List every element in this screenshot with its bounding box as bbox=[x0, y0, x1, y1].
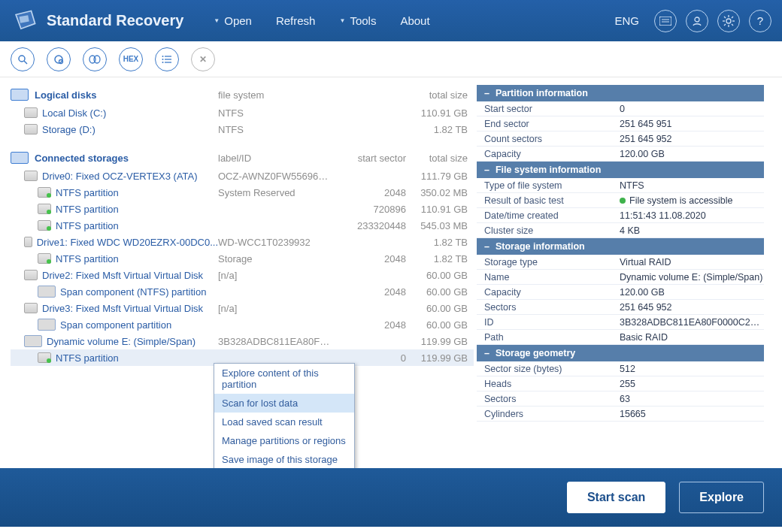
keyboard-icon[interactable] bbox=[654, 10, 677, 32]
info-key: Sectors bbox=[477, 302, 620, 313]
info-value: 512 bbox=[620, 364, 764, 374]
row-name: NTFS partition bbox=[56, 187, 119, 198]
tool-scan-icon[interactable] bbox=[47, 47, 71, 71]
info-value: Virtual RAID bbox=[620, 257, 764, 268]
part-icon bbox=[38, 204, 51, 214]
info-row: Sector size (bytes)512 bbox=[477, 361, 764, 376]
toolbar: HEX ✕ bbox=[0, 41, 782, 77]
logical-disk-row[interactable]: Local Disk (C:)NTFS110.91 GB bbox=[11, 104, 474, 121]
drive-icon bbox=[24, 270, 38, 280]
disk-fs: NTFS bbox=[218, 124, 331, 135]
info-panel: –Partition informationStart sector0End s… bbox=[474, 77, 771, 468]
col-totalsize: total size bbox=[406, 89, 474, 101]
row-name: Drive1: Fixed WDC WD20EZRX-00DC0... bbox=[37, 237, 218, 248]
tool-close-icon[interactable]: ✕ bbox=[191, 47, 215, 71]
start-scan-button[interactable]: Start scan bbox=[567, 482, 665, 513]
tool-search-icon[interactable] bbox=[11, 47, 35, 71]
user-icon[interactable] bbox=[686, 10, 708, 32]
info-row: Capacity120.00 GB bbox=[477, 285, 764, 300]
gear-icon[interactable] bbox=[717, 10, 740, 32]
partition-row[interactable]: Span component (NTFS) partition204860.00… bbox=[11, 283, 474, 300]
row-name: NTFS partition bbox=[56, 204, 119, 215]
menu-about[interactable]: About bbox=[400, 14, 429, 27]
disk-name: Storage (D:) bbox=[42, 124, 95, 135]
info-section-header[interactable]: –Storage geometry bbox=[477, 345, 764, 361]
svg-point-20 bbox=[94, 56, 100, 63]
partition-row[interactable]: Span component partition204860.00 GB bbox=[11, 316, 474, 333]
context-menu-item[interactable]: Save image of this storage bbox=[214, 450, 354, 468]
info-key: Cylinders bbox=[477, 409, 620, 419]
info-value: 251 645 952 bbox=[620, 134, 764, 144]
logical-disks-title: Logical disks bbox=[35, 89, 218, 101]
drive-row[interactable]: Dynamic volume E: (Simple/Span)3B328ADBC… bbox=[11, 333, 474, 349]
partition-row[interactable]: NTFS partition233320448545.03 MB bbox=[11, 217, 474, 234]
logical-disk-row[interactable]: Storage (D:)NTFS1.82 TB bbox=[11, 121, 474, 138]
info-row: Cluster size4 KB bbox=[477, 223, 764, 238]
context-menu-item[interactable]: Explore content of this partition bbox=[214, 364, 354, 394]
row-start: 2048 bbox=[331, 286, 406, 298]
menu-refresh-label: Refresh bbox=[276, 14, 316, 27]
menu-tools[interactable]: ▼Tools bbox=[339, 14, 376, 27]
tool-list-icon[interactable] bbox=[155, 47, 179, 71]
info-key: Result of basic test bbox=[477, 195, 620, 206]
info-section-header[interactable]: –Storage information bbox=[477, 238, 764, 255]
info-section-title: Partition information bbox=[496, 88, 588, 98]
row-start: 0 bbox=[331, 352, 406, 364]
dyn-icon bbox=[24, 335, 42, 347]
info-value: 63 bbox=[620, 394, 764, 404]
drive-row[interactable]: Drive1: Fixed WDC WD20EZRX-00DC0...WD-WC… bbox=[11, 234, 474, 250]
info-key: Capacity bbox=[477, 287, 620, 298]
context-menu-item[interactable]: Load saved scan result bbox=[214, 413, 354, 431]
row-name: Dynamic volume E: (Simple/Span) bbox=[47, 336, 196, 347]
help-icon[interactable]: ? bbox=[749, 10, 771, 32]
svg-point-26 bbox=[162, 62, 164, 63]
info-value: NTFS bbox=[620, 180, 764, 191]
info-key: End sector bbox=[477, 119, 620, 129]
svg-point-24 bbox=[162, 56, 164, 57]
row-size: 110.91 GB bbox=[406, 204, 474, 215]
context-menu-item[interactable]: Manage partitions or regions bbox=[214, 431, 354, 450]
drive-row[interactable]: Drive2: Fixed Msft Virtual Virtual Disk[… bbox=[11, 267, 474, 283]
language-selector[interactable]: ENG bbox=[614, 14, 639, 27]
partition-row[interactable]: NTFS partitionStorage20481.82 TB bbox=[11, 250, 474, 267]
logical-disks-header: Logical disks file system total size bbox=[11, 85, 474, 104]
row-name: NTFS partition bbox=[56, 220, 119, 231]
connected-storages-header: Connected storages label/ID start sector… bbox=[11, 148, 474, 168]
info-value: 3B328ADBC811EA80F0000C2906C2A2 bbox=[620, 317, 764, 328]
menu-about-label: About bbox=[400, 14, 429, 27]
menu-open-label: Open bbox=[224, 14, 252, 27]
context-menu-item[interactable]: Scan for lost data bbox=[214, 394, 354, 413]
row-start: 233320448 bbox=[331, 220, 406, 231]
row-name: Drive0: Fixed OCZ-VERTEX3 (ATA) bbox=[42, 171, 198, 182]
row-label: 3B328ADBC811EA80F0... bbox=[218, 336, 331, 347]
row-name: NTFS partition bbox=[56, 352, 119, 364]
drive-row[interactable]: Drive3: Fixed Msft Virtual Virtual Disk[… bbox=[11, 300, 474, 316]
row-start: 2048 bbox=[331, 319, 406, 331]
tool-raid-icon[interactable] bbox=[83, 47, 107, 71]
row-size: 60.00 GB bbox=[406, 303, 474, 314]
row-start: 2048 bbox=[331, 253, 406, 264]
partition-row[interactable]: NTFS partitionSystem Reserved2048350.02 … bbox=[11, 184, 474, 201]
info-row: Sectors251 645 952 bbox=[477, 300, 764, 315]
drive-row[interactable]: Drive0: Fixed OCZ-VERTEX3 (ATA)OCZ-AWNZ0… bbox=[11, 168, 474, 184]
info-key: Path bbox=[477, 332, 620, 343]
svg-line-14 bbox=[724, 24, 726, 26]
menu-refresh[interactable]: Refresh bbox=[276, 14, 316, 27]
menu-open[interactable]: ▼Open bbox=[214, 14, 252, 27]
col-startsector: start sector bbox=[331, 153, 406, 164]
info-value: 4 KB bbox=[620, 225, 764, 236]
explore-button[interactable]: Explore bbox=[679, 482, 764, 513]
partition-row[interactable]: NTFS partition720896110.91 GB bbox=[11, 201, 474, 217]
row-size: 111.79 GB bbox=[406, 171, 474, 182]
info-row: ID3B328ADBC811EA80F0000C2906C2A2 bbox=[477, 315, 764, 330]
disk-icon bbox=[24, 107, 38, 118]
tool-hex-icon[interactable]: HEX bbox=[119, 47, 143, 71]
info-section-header[interactable]: –File system information bbox=[477, 162, 764, 178]
info-value: 11:51:43 11.08.2020 bbox=[620, 210, 764, 221]
info-key: Heads bbox=[477, 379, 620, 389]
span-icon bbox=[38, 286, 56, 298]
row-start: 2048 bbox=[331, 187, 406, 198]
info-section-header[interactable]: –Partition information bbox=[477, 85, 764, 101]
info-row: Count sectors251 645 952 bbox=[477, 131, 764, 147]
info-row: Date/time created11:51:43 11.08.2020 bbox=[477, 208, 764, 223]
